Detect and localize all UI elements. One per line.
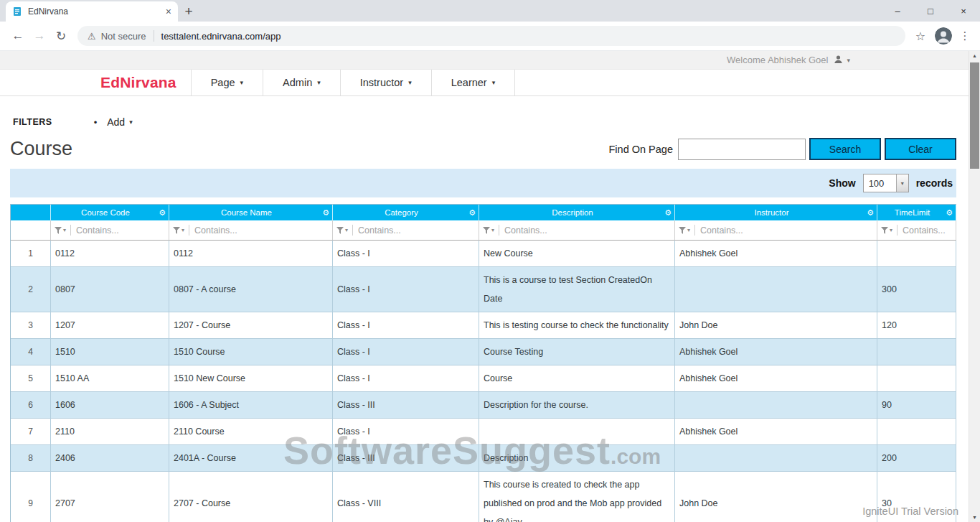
gear-icon[interactable]: ⚙ bbox=[159, 208, 166, 218]
table-cell[interactable]: John Doe bbox=[675, 472, 877, 522]
table-row[interactable]: 312071207 - CourseClass - IThis is testi… bbox=[11, 312, 956, 339]
table-cell[interactable]: 0112 bbox=[51, 241, 169, 267]
filter-funnel-icon[interactable]: ▾ bbox=[679, 221, 690, 240]
table-cell[interactable]: This course is created to check the app … bbox=[479, 472, 675, 522]
table-cell[interactable]: 2707 bbox=[51, 472, 169, 522]
clear-button[interactable]: Clear bbox=[885, 138, 956, 160]
table-cell[interactable]: 120 bbox=[877, 312, 956, 339]
gear-icon[interactable]: ⚙ bbox=[867, 208, 874, 218]
table-cell[interactable]: This is a course to test Section Created… bbox=[479, 267, 675, 312]
table-cell[interactable]: 2406 bbox=[51, 445, 169, 472]
table-cell[interactable] bbox=[877, 365, 956, 392]
column-header-description[interactable]: Description⚙ bbox=[479, 205, 675, 220]
table-cell[interactable]: Description bbox=[479, 445, 675, 472]
records-count-select[interactable]: 100 ▾ bbox=[863, 174, 909, 192]
browser-tab[interactable]: EdNirvana × bbox=[6, 1, 178, 22]
table-cell[interactable]: 1510 bbox=[51, 339, 169, 365]
table-cell[interactable]: 2401A - Course bbox=[169, 445, 333, 472]
table-cell[interactable]: 1606 bbox=[51, 392, 169, 419]
close-button[interactable]: × bbox=[947, 0, 980, 22]
filter-cell-course-name[interactable]: ▾Contains... bbox=[169, 220, 333, 241]
table-row[interactable]: 824062401A - CourseClass - IIIDescriptio… bbox=[11, 445, 956, 472]
table-cell[interactable] bbox=[675, 267, 877, 312]
table-cell[interactable]: 2110 bbox=[51, 419, 169, 445]
url-text[interactable]: testtalent.ednirvana.com/app bbox=[161, 31, 281, 42]
table-cell[interactable]: Class - III bbox=[333, 445, 479, 472]
table-cell[interactable]: Class - I bbox=[333, 339, 479, 365]
filter-funnel-icon[interactable]: ▾ bbox=[173, 221, 184, 240]
back-icon[interactable]: ← bbox=[7, 29, 29, 43]
search-button[interactable]: Search bbox=[809, 138, 881, 160]
table-row[interactable]: 101120112Class - INew CourseAbhishek Goe… bbox=[11, 241, 956, 267]
table-cell[interactable]: New Course bbox=[479, 241, 675, 267]
table-cell[interactable]: Abhishek Goel bbox=[675, 365, 877, 392]
tab-close-icon[interactable]: × bbox=[166, 6, 171, 17]
filter-funnel-icon[interactable]: ▾ bbox=[336, 221, 348, 240]
table-cell[interactable] bbox=[877, 419, 956, 445]
table-row[interactable]: 616061606 - A SubjectClass - IIIDescript… bbox=[11, 392, 956, 419]
gear-icon[interactable]: ⚙ bbox=[946, 208, 953, 218]
forward-icon[interactable]: → bbox=[29, 29, 50, 43]
user-menu[interactable]: ▾ bbox=[834, 54, 850, 67]
bookmark-star-icon[interactable]: ☆ bbox=[915, 29, 925, 43]
brand-logo[interactable]: EdNirvana bbox=[100, 74, 176, 91]
column-header-course-code[interactable]: Course Code⚙ bbox=[51, 205, 169, 220]
filter-funnel-icon[interactable]: ▾ bbox=[881, 221, 892, 240]
maximize-button[interactable]: □ bbox=[914, 0, 947, 22]
table-cell[interactable]: Class - III bbox=[333, 392, 479, 419]
table-cell[interactable] bbox=[675, 445, 877, 472]
table-row[interactable]: 51510 AA1510 New CourseClass - ICourseAb… bbox=[11, 365, 956, 392]
new-tab-button[interactable]: + bbox=[178, 1, 199, 22]
nav-item-instructor[interactable]: Instructor▾ bbox=[340, 70, 431, 95]
table-cell[interactable]: 0112 bbox=[169, 241, 333, 267]
table-cell[interactable]: Abhishek Goel bbox=[675, 241, 877, 267]
browser-menu-icon[interactable]: ⋮ bbox=[957, 29, 973, 42]
table-cell[interactable]: Class - I bbox=[333, 419, 479, 445]
table-cell[interactable] bbox=[675, 392, 877, 419]
table-cell[interactable] bbox=[877, 339, 956, 365]
nav-item-admin[interactable]: Admin▾ bbox=[263, 70, 340, 95]
column-header-instructor[interactable]: Instructor⚙ bbox=[675, 205, 877, 220]
table-cell[interactable] bbox=[877, 241, 956, 267]
table-cell[interactable]: Abhishek Goel bbox=[675, 419, 877, 445]
security-label[interactable]: Not secure bbox=[101, 31, 146, 42]
column-header-category[interactable]: Category⚙ bbox=[333, 205, 479, 220]
gear-icon[interactable]: ⚙ bbox=[468, 208, 476, 218]
table-row[interactable]: 721102110 CourseClass - IAbhishek Goel bbox=[11, 419, 956, 445]
table-cell[interactable] bbox=[479, 419, 675, 445]
table-cell[interactable]: 1606 - A Subject bbox=[169, 392, 333, 419]
table-cell[interactable]: 0807 bbox=[51, 267, 169, 312]
scroll-up-arrow-icon[interactable]: ▲ bbox=[969, 53, 980, 58]
scrollbar-thumb[interactable] bbox=[970, 62, 979, 169]
table-cell[interactable]: Class - I bbox=[333, 241, 479, 267]
nav-item-page[interactable]: Page▾ bbox=[191, 70, 263, 95]
nav-item-learner[interactable]: Learner▾ bbox=[431, 70, 516, 95]
table-cell[interactable]: 1510 AA bbox=[51, 365, 169, 392]
add-dropdown[interactable]: Add ▾ bbox=[107, 116, 132, 128]
table-cell[interactable]: 300 bbox=[877, 267, 956, 312]
table-cell[interactable]: 0807 - A course bbox=[169, 267, 333, 312]
find-on-page-input[interactable] bbox=[678, 139, 806, 160]
filter-cell-timelimit[interactable]: ▾Contains... bbox=[877, 220, 956, 241]
table-cell[interactable]: 200 bbox=[877, 445, 956, 472]
table-cell[interactable]: This is testing course to check the func… bbox=[479, 312, 675, 339]
url-bar[interactable]: ⚠ Not secure testtalent.ednirvana.com/ap… bbox=[77, 26, 905, 46]
minimize-button[interactable]: – bbox=[881, 0, 914, 22]
table-cell[interactable]: Abhishek Goel bbox=[675, 339, 877, 365]
filter-funnel-icon[interactable]: ▾ bbox=[55, 221, 66, 240]
vertical-scrollbar[interactable]: ▲ ▼ bbox=[969, 51, 980, 522]
browser-profile-avatar[interactable] bbox=[935, 27, 952, 45]
table-row[interactable]: 415101510 CourseClass - ICourse TestingA… bbox=[11, 339, 956, 365]
column-header-course-name[interactable]: Course Name⚙ bbox=[169, 205, 333, 220]
table-cell[interactable]: 90 bbox=[877, 392, 956, 419]
table-cell[interactable]: Class - I bbox=[333, 267, 479, 312]
filter-cell-course-code[interactable]: ▾Contains... bbox=[51, 220, 169, 241]
column-header-timelimit[interactable]: TimeLimit⚙ bbox=[877, 205, 956, 220]
table-cell[interactable]: 2707 - Course bbox=[169, 472, 333, 522]
table-cell[interactable]: 1510 New Course bbox=[169, 365, 333, 392]
table-cell[interactable]: Description for the course. bbox=[479, 392, 675, 419]
table-cell[interactable]: Course Testing bbox=[479, 339, 675, 365]
table-row[interactable]: 927072707 - CourseClass - VIIIThis cours… bbox=[11, 472, 956, 522]
filter-cell-instructor[interactable]: ▾Contains... bbox=[675, 220, 877, 241]
gear-icon[interactable]: ⚙ bbox=[664, 208, 672, 218]
